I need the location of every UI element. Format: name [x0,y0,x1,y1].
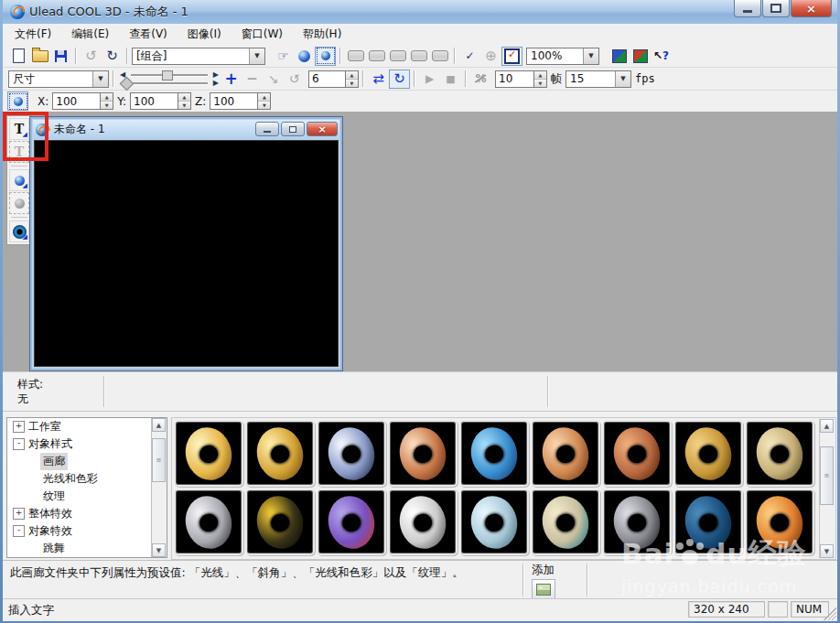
gallery-item[interactable] [745,420,814,487]
tree-item-studio[interactable]: +工作室 [7,418,167,435]
keyframe-count-spinner[interactable]: 6 ▲▼ [308,70,359,88]
gallery-item[interactable] [673,420,743,487]
gallery-item[interactable] [602,489,672,555]
tree-item-gallery[interactable]: 画廊 [7,453,167,470]
animation-attribute-combo[interactable]: 尺寸 ▼ [8,70,109,88]
title-bar[interactable]: Ulead COOL 3D - 未命名 - 1 × [3,0,837,25]
doc-close-button[interactable]: × [307,122,338,136]
gallery-item[interactable] [745,489,814,555]
gallery-item[interactable] [602,420,672,487]
resize-grip[interactable] [824,607,836,620]
spin-down-icon[interactable]: ▼ [258,102,270,109]
move-mode-button[interactable] [7,91,28,111]
timeline-sliders[interactable]: ◀ ◀ ▶ ▶ [120,70,219,88]
combo-dropdown-button[interactable]: ▼ [615,71,630,87]
export-web-button[interactable] [630,47,651,66]
keyframe-count-value[interactable]: 6 [308,70,345,88]
expand-icon[interactable]: + [13,508,25,520]
new-document-button[interactable] [8,47,29,66]
gallery-item[interactable] [388,489,458,555]
gallery-item[interactable] [174,420,243,487]
tree-item-global-effects[interactable]: +整体特效 [7,505,167,522]
gallery-item[interactable] [317,420,386,487]
dialog-mode-button[interactable]: ✓ [501,47,522,66]
frame-slider-thumb[interactable] [162,70,173,81]
spin-down-icon[interactable]: ▼ [101,102,113,109]
gallery-item[interactable] [459,489,529,555]
menu-window[interactable]: 窗口(W) [233,24,291,45]
frame-count-spinner[interactable]: 10 ▲▼ [495,70,547,88]
rotate-object-button[interactable] [294,47,315,66]
key-slider-track[interactable] [131,82,208,85]
combo-dropdown-button[interactable]: ▼ [583,48,598,64]
preview-range-button[interactable]: % [470,70,491,89]
move-object-button[interactable] [315,47,336,66]
menu-image[interactable]: 图像(I) [179,24,230,45]
delete-keyframe-button[interactable]: − [242,70,263,89]
reverse-keyframes-button[interactable]: ↘ [263,70,284,89]
menu-file[interactable]: 文件(F) [6,24,59,45]
maximize-button[interactable] [762,0,790,17]
stop-button[interactable]: ■ [440,70,461,89]
tree-item-object-effects[interactable]: -对象特效 [7,522,167,540]
extrusion-preset-3-button[interactable] [387,47,408,66]
web-preview-button[interactable]: ⊕ [480,47,501,66]
expand-icon[interactable]: + [13,421,25,433]
undo-button[interactable]: ↺ [81,47,102,66]
minimize-button[interactable] [734,0,761,17]
spin-up-icon[interactable]: ▲ [178,93,190,102]
x-value[interactable]: 100 [52,92,100,110]
cool3d-objects-button[interactable]: ◢ [9,220,29,242]
add-preset-button[interactable] [532,579,555,599]
close-button[interactable]: × [791,0,832,17]
save-button[interactable] [50,47,71,66]
scroll-up-button[interactable]: ▲ [152,418,166,432]
redo-button[interactable]: ↻ [102,47,123,66]
combo-dropdown-button[interactable]: ▼ [92,71,108,87]
tree-item-texture[interactable]: 纹理 [7,488,167,505]
object-group-combo[interactable]: [组合] ▼ [132,48,265,65]
scroll-up-button[interactable]: ▲ [820,419,834,433]
export-image-button[interactable] [608,47,630,66]
collapse-icon[interactable]: - [13,525,25,537]
extrusion-preset-5-button[interactable] [429,47,450,66]
gallery-item[interactable] [245,420,315,487]
fps-combo[interactable]: 15 ▼ [565,70,631,88]
spin-down-icon[interactable]: ▼ [346,80,358,87]
doc-restore-button[interactable] [281,122,305,136]
zoom-combo[interactable]: 100% ▼ [526,48,599,65]
menu-edit[interactable]: 编辑(E) [63,24,117,45]
gallery-item[interactable] [673,489,743,555]
spin-down-icon[interactable]: ▼ [534,80,546,87]
spin-down-icon[interactable]: ▼ [178,102,190,109]
loop-path-button[interactable]: ↺ [284,70,305,89]
tree-item-light-color[interactable]: 光线和色彩 [7,470,167,488]
extrusion-preset-2-button[interactable] [366,47,387,66]
gallery-item[interactable] [245,489,315,555]
gallery-item[interactable] [531,420,600,487]
edit-graphics-button[interactable] [9,192,29,214]
pan-tool-button[interactable]: ☞ [273,47,294,66]
frame-count-value[interactable]: 10 [495,70,533,88]
gallery-item[interactable] [174,489,243,555]
z-value[interactable]: 100 [210,92,257,110]
menu-view[interactable]: 查看(V) [121,24,176,45]
add-keyframe-button[interactable]: + [221,70,242,89]
scrollbar-thumb[interactable]: ≡ [152,438,166,482]
collapse-icon[interactable]: - [13,438,25,450]
render-quality-button[interactable]: ✓ [459,47,480,66]
context-help-button[interactable]: ↖? [651,47,672,66]
gallery-item[interactable] [531,489,600,555]
tree-item-dance[interactable]: 跳舞 [7,540,167,557]
loop-playback-button[interactable]: ⇄ [368,70,389,89]
document-title-bar[interactable]: 未命名 - 1 × [33,120,339,139]
scroll-down-button[interactable]: ▼ [820,544,834,558]
x-spinner[interactable]: 100 ▲▼ [52,92,113,110]
scrollbar-thumb[interactable]: ≡ [820,446,834,505]
extrusion-preset-4-button[interactable] [408,47,429,66]
play-button[interactable]: ▶ [419,70,440,89]
spin-up-icon[interactable]: ▲ [346,71,358,80]
gallery-scrollbar[interactable]: ▲ ≡ ▼ [819,419,835,558]
insert-graphics-button[interactable]: ◢ [9,169,29,191]
to-end-icon[interactable]: ▶ [213,70,219,79]
